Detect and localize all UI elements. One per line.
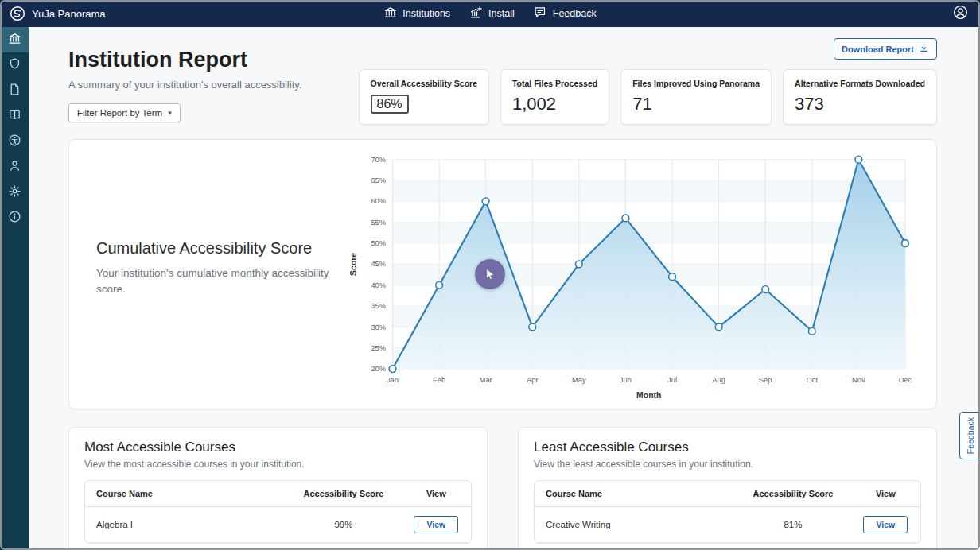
svg-text:Sep: Sep xyxy=(759,375,772,384)
svg-text:30%: 30% xyxy=(371,323,386,331)
nav-install[interactable]: Install xyxy=(469,6,515,21)
svg-text:Jun: Jun xyxy=(620,375,632,384)
score-cell: 81% xyxy=(735,507,851,543)
account-button[interactable] xyxy=(952,4,969,24)
institution-icon xyxy=(383,6,397,21)
most-accessible-card: Most Accessible Courses View the most ac… xyxy=(68,427,488,550)
chevron-down-icon: ▾ xyxy=(168,109,172,117)
svg-text:65%: 65% xyxy=(371,176,386,184)
chart-title: Cumulative Accessibility Score xyxy=(96,239,333,258)
page-subtitle: A summary of your institution's overall … xyxy=(68,79,343,91)
install-icon xyxy=(469,6,483,21)
feedback-side-tab[interactable]: Feedback xyxy=(959,412,980,459)
svg-text:Apr: Apr xyxy=(527,375,539,384)
table-row: Creative Writing 81% View xyxy=(535,507,920,543)
most-accessible-title: Most Accessible Courses xyxy=(84,440,472,455)
svg-text:May: May xyxy=(572,375,586,384)
svg-text:55%: 55% xyxy=(371,218,386,227)
column-header-score: Accessibility Score xyxy=(286,481,402,507)
book-icon xyxy=(8,108,21,125)
stat-label: Alternative Formats Downloaded xyxy=(795,79,925,88)
download-report-button[interactable]: Download Report xyxy=(834,38,937,60)
least-accessible-subtitle: View the least accessible courses in you… xyxy=(534,459,921,470)
sidebar-item-accessibility[interactable] xyxy=(0,129,29,154)
svg-text:20%: 20% xyxy=(371,364,386,373)
view-course-button[interactable]: View xyxy=(414,516,458,533)
yuja-logo-icon xyxy=(10,6,25,21)
svg-text:Feb: Feb xyxy=(433,375,445,384)
stat-cards: Overall Accessibility Score 86% Total Fi… xyxy=(359,69,937,125)
stat-card-accessibility-score: Overall Accessibility Score 86% xyxy=(359,69,489,125)
svg-text:Aug: Aug xyxy=(712,375,725,384)
sidebar-item-courses[interactable] xyxy=(0,103,29,129)
stat-value: 373 xyxy=(795,94,925,114)
most-accessible-subtitle: View the most accessible courses in your… xyxy=(84,459,472,470)
filter-report-label: Filter Report by Term xyxy=(77,108,162,118)
sidebar-item-security[interactable] xyxy=(0,52,29,78)
nav-institutions[interactable]: Institutions xyxy=(383,6,450,21)
sidebar-item-documents[interactable] xyxy=(0,78,29,103)
download-icon xyxy=(919,43,929,55)
account-icon xyxy=(952,4,969,24)
institution-icon xyxy=(8,32,21,48)
svg-text:50%: 50% xyxy=(371,238,386,247)
sidebar-item-info[interactable] xyxy=(0,205,29,230)
nav-institutions-label: Institutions xyxy=(402,8,450,19)
column-header-view: View xyxy=(851,481,920,507)
stat-value: 86% xyxy=(371,95,409,114)
svg-text:40%: 40% xyxy=(371,281,386,289)
stat-label: Files Improved Using Panorama xyxy=(632,79,760,88)
column-header-course-name: Course Name xyxy=(85,481,286,507)
svg-text:Month: Month xyxy=(636,391,661,400)
stat-card-files-improved: Files Improved Using Panorama 71 xyxy=(620,69,772,125)
brand-label: YuJa Panorama xyxy=(32,8,106,20)
svg-text:Jul: Jul xyxy=(667,375,677,384)
document-icon xyxy=(8,83,21,99)
info-icon xyxy=(8,210,21,227)
nav-install-label: Install xyxy=(488,8,515,19)
stat-card-files-processed: Total Files Processed 1,002 xyxy=(500,69,609,125)
sidebar-item-institution[interactable] xyxy=(0,27,29,52)
course-name-cell: Algebra I xyxy=(85,507,286,543)
cumulative-score-card: Cumulative Accessibility Score Your inst… xyxy=(68,139,937,409)
nav-feedback[interactable]: Feedback xyxy=(534,6,597,21)
svg-text:70%: 70% xyxy=(371,155,386,164)
line-chart[interactable]: JanFebMarAprMayJunJulAugSepOctNovDec20%2… xyxy=(344,148,925,404)
course-name-cell: Creative Writing xyxy=(535,507,735,543)
stat-card-alt-formats: Alternative Formats Downloaded 373 xyxy=(783,69,937,125)
accessibility-icon xyxy=(8,134,21,150)
most-accessible-table: Course Name Accessibility Score View Alg… xyxy=(85,481,471,543)
feedback-side-tab-label: Feedback xyxy=(966,417,975,454)
user-icon xyxy=(8,159,21,176)
page-title: Institution Report xyxy=(68,48,343,72)
svg-text:45%: 45% xyxy=(371,259,386,268)
svg-text:25%: 25% xyxy=(371,343,386,352)
column-header-score: Accessibility Score xyxy=(735,481,851,507)
main-content: Institution Report A summary of your ins… xyxy=(29,27,980,550)
svg-text:60%: 60% xyxy=(371,196,386,205)
chart-svg: JanFebMarAprMayJunJulAugSepOctNovDec20%2… xyxy=(344,148,925,404)
stat-label: Total Files Processed xyxy=(512,79,597,88)
stat-value: 1,002 xyxy=(512,94,597,114)
svg-text:35%: 35% xyxy=(371,301,386,310)
sidebar-item-settings[interactable] xyxy=(0,180,29,205)
column-header-view: View xyxy=(402,481,471,507)
top-nav: Institutions Install Feedback xyxy=(383,6,596,21)
filter-report-button[interactable]: Filter Report by Term ▾ xyxy=(68,103,181,122)
svg-text:Jan: Jan xyxy=(387,375,399,384)
sidebar-item-users[interactable] xyxy=(0,154,29,180)
shield-icon xyxy=(8,57,21,74)
score-cell: 99% xyxy=(286,507,402,543)
download-report-label: Download Report xyxy=(842,45,914,54)
view-course-button[interactable]: View xyxy=(863,516,908,533)
nav-feedback-label: Feedback xyxy=(553,8,597,19)
svg-text:Nov: Nov xyxy=(852,375,865,384)
feedback-icon xyxy=(534,6,547,21)
least-accessible-title: Least Accessible Courses xyxy=(534,440,921,455)
chart-subtitle: Your institution's cumulative monthly ac… xyxy=(96,265,333,296)
svg-text:Score: Score xyxy=(349,253,358,276)
stat-label: Overall Accessibility Score xyxy=(371,79,477,88)
brand: YuJa Panorama xyxy=(10,6,106,21)
top-bar: YuJa Panorama Institutions Install xyxy=(0,0,980,27)
stat-value: 71 xyxy=(632,94,760,114)
